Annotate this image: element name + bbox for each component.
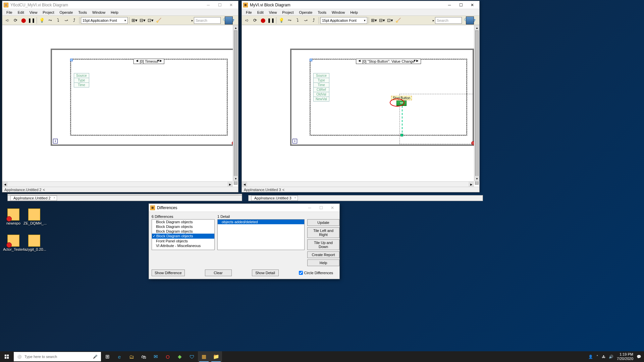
- menu-tools[interactable]: Tools: [75, 10, 90, 15]
- list-item[interactable]: Block Diagram objects: [152, 224, 214, 229]
- list-item[interactable]: Block Diagram objects: [152, 229, 214, 234]
- run-button[interactable]: ➪: [243, 17, 251, 24]
- search-input[interactable]: Search: [435, 17, 462, 24]
- show-difference-button[interactable]: Show Difference: [152, 269, 185, 276]
- distribute-button[interactable]: ⊟▾: [378, 17, 386, 24]
- tray-chevron-icon[interactable]: ˄: [596, 355, 598, 359]
- horizontal-scrollbar[interactable]: ◀ ▶: [242, 181, 474, 187]
- maximize-button[interactable]: ☐: [455, 1, 467, 9]
- block-diagram-canvas[interactable]: i ◀ [0] Timeout ▼▶ Source Type Time: [2, 25, 238, 187]
- taskbar-search[interactable]: ⚪ Type here to search 🎤: [14, 352, 101, 361]
- bg-tab-right[interactable]: AppInstance.Untitled 3: [251, 195, 298, 201]
- list-item-selected[interactable]: objects added/deleted: [218, 220, 304, 224]
- step-into-button[interactable]: ⤵: [54, 17, 62, 24]
- event-case-selector[interactable]: ◀ [0] Timeout ▼▶: [133, 59, 164, 64]
- explorer-window-icon[interactable]: 📁: [210, 351, 222, 362]
- pause-button[interactable]: ❚❚: [28, 17, 35, 24]
- show-detail-button[interactable]: Show Detail: [252, 269, 279, 276]
- desktop-icon[interactable]: newrepo: [3, 208, 24, 225]
- start-button[interactable]: [0, 351, 13, 362]
- step-over-button[interactable]: ⤻: [62, 17, 70, 24]
- notifications-icon[interactable]: 💬: [637, 355, 641, 359]
- retain-wires-button[interactable]: ⤳: [46, 17, 54, 24]
- retain-wires-button[interactable]: ⤳: [286, 17, 293, 24]
- circle-differences-input[interactable]: [299, 271, 303, 275]
- minimize-button[interactable]: ─: [203, 1, 214, 9]
- prev-case-button[interactable]: ◀: [135, 59, 140, 62]
- minimize-button[interactable]: ─: [304, 204, 315, 212]
- while-loop[interactable]: i ◀ [0] Timeout ▼▶ Source Type Time: [51, 49, 234, 146]
- menu-operate[interactable]: Operate: [297, 10, 315, 15]
- store-icon[interactable]: 🛍: [138, 351, 150, 362]
- highlight-execution-button[interactable]: 💡: [38, 17, 46, 24]
- search-input[interactable]: Search: [194, 17, 221, 24]
- microphone-icon[interactable]: 🎤: [93, 355, 98, 359]
- list-item[interactable]: Front Panel objects: [152, 239, 214, 243]
- close-button[interactable]: ✕: [327, 204, 338, 212]
- menu-tools[interactable]: Tools: [315, 10, 329, 15]
- security-icon[interactable]: 🛡: [186, 351, 198, 362]
- menu-file[interactable]: File: [4, 10, 15, 15]
- step-over-button[interactable]: ⤻: [302, 17, 309, 24]
- system-tray[interactable]: 👤 ˄ 🖧 🔊 1:19 PM 7/20/2020 💬: [586, 352, 644, 361]
- cleanup-button[interactable]: 🧹: [394, 17, 402, 24]
- sourcetree-icon[interactable]: ◆: [174, 351, 186, 362]
- bg-tab-left[interactable]: AppInstance.Untitled 2: [10, 195, 57, 201]
- reorder-button[interactable]: ⊡▾: [147, 17, 154, 24]
- volume-icon[interactable]: 🔊: [609, 355, 613, 359]
- tile-lr-button[interactable]: Tile Left and Right: [307, 227, 339, 238]
- menu-project[interactable]: Project: [279, 10, 296, 15]
- highlight-execution-button[interactable]: 💡: [278, 17, 285, 24]
- mail-icon[interactable]: ✉: [150, 351, 162, 362]
- align-button[interactable]: ⊞▾: [370, 17, 378, 24]
- menu-file[interactable]: File: [243, 10, 255, 15]
- file-explorer-icon[interactable]: 🗂: [125, 351, 138, 362]
- prev-case-button[interactable]: ◀: [357, 59, 362, 62]
- dynamic-events-terminal[interactable]: [70, 59, 73, 61]
- pause-button[interactable]: ❚❚: [267, 17, 275, 24]
- titlebar[interactable]: ▦ Y6cdCU_MyVI.vi Block Diagram ─ ☐ ✕: [2, 1, 238, 9]
- menu-edit[interactable]: Edit: [15, 10, 27, 15]
- menu-edit[interactable]: Edit: [255, 10, 266, 15]
- opera-icon[interactable]: O: [162, 351, 174, 362]
- align-button[interactable]: ⊞▾: [131, 17, 138, 24]
- menu-view[interactable]: View: [27, 10, 40, 15]
- differences-list[interactable]: Block Diagram objects Block Diagram obje…: [152, 219, 215, 250]
- font-selector[interactable]: 15pt Application Font: [81, 17, 128, 24]
- desktop-icon[interactable]: Actor_Tester: [3, 235, 24, 251]
- distribute-button[interactable]: ⊟▾: [139, 17, 146, 24]
- abort-button[interactable]: ⬤: [20, 17, 27, 24]
- dynamic-events-terminal[interactable]: [310, 59, 312, 61]
- step-into-button[interactable]: ⤵: [294, 17, 301, 24]
- people-icon[interactable]: 👤: [588, 355, 593, 359]
- clear-button[interactable]: Clear: [205, 269, 232, 276]
- menu-window[interactable]: Window: [329, 10, 347, 15]
- menu-project[interactable]: Project: [40, 10, 57, 15]
- network-icon[interactable]: 🖧: [602, 355, 605, 359]
- desktop-icon[interactable]: lazygit_0.20...: [23, 235, 45, 251]
- menu-help[interactable]: Help: [108, 10, 121, 15]
- step-out-button[interactable]: ⤴: [70, 17, 78, 24]
- event-data-node[interactable]: Source Type Time CtlRef OldVal NewVal: [313, 73, 329, 102]
- detail-list[interactable]: objects added/deleted: [217, 219, 305, 250]
- desktop-icon[interactable]: ZE_DQMH_...: [23, 208, 45, 225]
- titlebar[interactable]: ▦ Differences ─ ☐ ✕: [149, 204, 339, 212]
- vertical-scrollbar[interactable]: ▲ ▼: [233, 25, 238, 181]
- run-button[interactable]: ➪: [4, 17, 11, 24]
- event-data-node[interactable]: Source Type Time: [74, 73, 89, 87]
- abort-button[interactable]: ⬤: [259, 17, 267, 24]
- run-continuous-button[interactable]: ⟳: [251, 17, 259, 24]
- update-button[interactable]: Update: [307, 219, 339, 226]
- help-button[interactable]: Help: [307, 259, 339, 266]
- maximize-button[interactable]: ☐: [214, 1, 225, 9]
- menu-window[interactable]: Window: [90, 10, 108, 15]
- close-button[interactable]: ✕: [225, 1, 237, 9]
- task-view-button[interactable]: ⊞: [101, 351, 113, 362]
- block-diagram-canvas[interactable]: i ◀ [0] "Stop Button": Value Change ▼▶ S…: [242, 25, 479, 187]
- list-item[interactable]: VI Attribute - Miscellaneous: [152, 243, 214, 248]
- titlebar[interactable]: ▦ MyVI.vi Block Diagram ─ ☐ ✕: [242, 1, 479, 9]
- list-item-selected[interactable]: Block Diagram objects: [152, 234, 214, 239]
- iteration-terminal[interactable]: i: [53, 139, 58, 143]
- cleanup-button[interactable]: 🧹: [155, 17, 162, 24]
- list-item[interactable]: Block Diagram objects: [152, 220, 214, 224]
